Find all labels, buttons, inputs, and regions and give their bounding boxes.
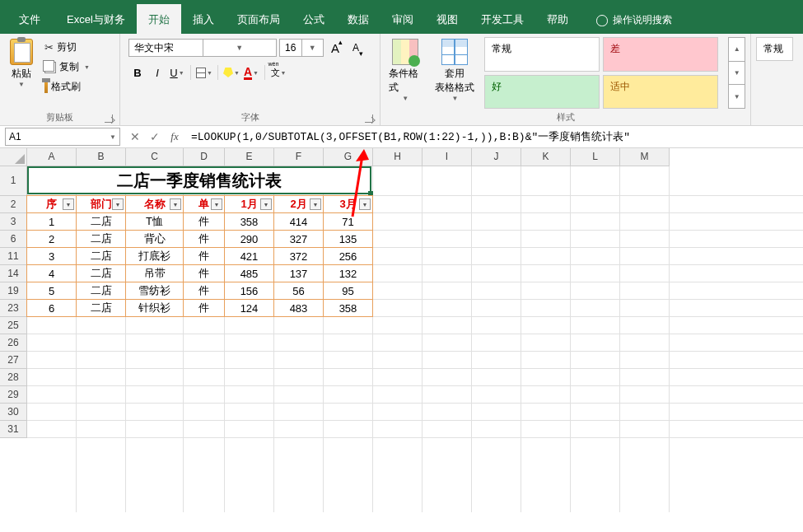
- tab-review[interactable]: 审阅: [380, 4, 425, 34]
- cell[interactable]: 137: [274, 265, 324, 282]
- cell[interactable]: 4: [27, 265, 77, 282]
- col-header-I[interactable]: I: [423, 148, 472, 166]
- border-button[interactable]: ▼: [195, 63, 213, 82]
- font-name-combo[interactable]: 华文中宋▼: [128, 39, 277, 57]
- cell[interactable]: 156: [225, 282, 274, 300]
- filter-icon[interactable]: ▼: [359, 198, 371, 210]
- col-header-L[interactable]: L: [571, 148, 620, 166]
- clipboard-dialog-launcher[interactable]: [105, 114, 113, 123]
- cell[interactable]: 5: [27, 282, 77, 300]
- row-header-6[interactable]: 6: [0, 231, 27, 248]
- filter-icon[interactable]: ▼: [170, 198, 181, 210]
- font-size-combo[interactable]: 16▼: [279, 39, 324, 57]
- cell[interactable]: 件: [184, 213, 225, 231]
- cell[interactable]: 件: [184, 300, 225, 317]
- cell[interactable]: 256: [324, 248, 373, 265]
- cell[interactable]: 483: [274, 300, 324, 317]
- merged-title-cell[interactable]: 二店一季度销售统计表: [27, 166, 371, 194]
- cell[interactable]: 件: [184, 282, 225, 300]
- paste-button[interactable]: 粘贴 ▼: [5, 37, 38, 109]
- row-header-19[interactable]: 19: [0, 282, 27, 300]
- cell[interactable]: 件: [184, 231, 225, 248]
- cell[interactable]: 414: [274, 213, 324, 231]
- cell[interactable]: 3: [27, 248, 77, 265]
- style-normal[interactable]: 常规: [484, 37, 600, 72]
- filter-icon[interactable]: ▼: [310, 198, 321, 210]
- cell[interactable]: 358: [225, 213, 274, 231]
- row-header-29[interactable]: 29: [0, 386, 27, 404]
- row-header-14[interactable]: 14: [0, 265, 27, 282]
- scroll-up-icon[interactable]: ▲: [729, 38, 745, 61]
- filter-icon[interactable]: ▼: [112, 198, 124, 210]
- underline-button[interactable]: U▼: [168, 63, 186, 82]
- cell[interactable]: 124: [225, 300, 274, 317]
- cell[interactable]: 二店: [77, 282, 126, 300]
- cell[interactable]: 95: [324, 282, 373, 300]
- header-单位[interactable]: 单▼: [184, 196, 225, 213]
- cell[interactable]: 打底衫: [126, 248, 184, 265]
- conditional-format-button[interactable]: 条件格式 ▼: [385, 37, 425, 109]
- fx-button[interactable]: fx: [165, 128, 184, 146]
- style-bad[interactable]: 差: [603, 37, 718, 72]
- styles-gallery-scroll[interactable]: ▲ ▼ ▼: [728, 37, 745, 109]
- format-painter-button[interactable]: 格式刷: [41, 78, 93, 96]
- phonetic-button[interactable]: 文▼: [269, 63, 287, 82]
- cell[interactable]: 吊带: [126, 265, 184, 282]
- scroll-down-icon[interactable]: ▼: [729, 61, 745, 86]
- tab-view[interactable]: 视图: [425, 4, 469, 34]
- header-序号[interactable]: 序▼: [27, 196, 77, 213]
- format-as-table-button[interactable]: 套用 表格格式 ▼: [432, 37, 478, 109]
- tab-data[interactable]: 数据: [336, 4, 380, 34]
- row-header-26[interactable]: 26: [0, 334, 27, 352]
- tab-excel-finance[interactable]: Excel与财务: [55, 4, 137, 34]
- row-header-11[interactable]: 11: [0, 248, 27, 265]
- col-header-K[interactable]: K: [521, 148, 571, 166]
- cell[interactable]: 背心: [126, 231, 184, 248]
- select-all-corner[interactable]: [0, 148, 27, 166]
- style-good[interactable]: 好: [484, 75, 600, 110]
- cell[interactable]: 485: [225, 265, 274, 282]
- cell[interactable]: 327: [274, 231, 324, 248]
- cell[interactable]: 290: [225, 231, 274, 248]
- tab-insert[interactable]: 插入: [181, 4, 226, 34]
- row-header-31[interactable]: 31: [0, 421, 27, 438]
- col-header-H[interactable]: H: [373, 148, 423, 166]
- style-neutral[interactable]: 适中: [603, 75, 718, 110]
- tab-formula[interactable]: 公式: [292, 4, 336, 34]
- filter-icon[interactable]: ▼: [63, 198, 74, 210]
- cell[interactable]: 雪纺衫: [126, 282, 184, 300]
- col-header-B[interactable]: B: [77, 148, 126, 166]
- col-header-C[interactable]: C: [126, 148, 184, 166]
- header-3月[interactable]: 3月▼: [324, 196, 373, 213]
- cell[interactable]: 二店: [77, 265, 126, 282]
- cell[interactable]: 二店: [77, 248, 126, 265]
- header-2月[interactable]: 2月▼: [274, 196, 324, 213]
- style-extra[interactable]: 常规: [756, 37, 793, 61]
- cell[interactable]: 358: [324, 300, 373, 317]
- col-header-E[interactable]: E: [225, 148, 274, 166]
- cell[interactable]: 135: [324, 231, 373, 248]
- copy-button[interactable]: 复制▼: [41, 58, 93, 76]
- fill-color-button[interactable]: ▼: [222, 63, 240, 82]
- filter-icon[interactable]: ▼: [211, 198, 222, 210]
- row-header-1[interactable]: 1: [0, 166, 27, 196]
- more-styles-icon[interactable]: ▼: [729, 85, 745, 108]
- col-header-F[interactable]: F: [274, 148, 324, 166]
- font-color-button[interactable]: A▼: [242, 63, 260, 82]
- row-header-25[interactable]: 25: [0, 317, 27, 334]
- cell[interactable]: 421: [225, 248, 274, 265]
- confirm-formula-button[interactable]: ✓: [145, 128, 165, 146]
- bold-button[interactable]: B: [128, 63, 147, 82]
- col-header-D[interactable]: D: [184, 148, 225, 166]
- italic-button[interactable]: I: [148, 63, 166, 82]
- filter-icon[interactable]: ▼: [260, 198, 272, 210]
- cell[interactable]: 372: [274, 248, 324, 265]
- tab-dev[interactable]: 开发工具: [469, 4, 535, 34]
- cell[interactable]: 132: [324, 265, 373, 282]
- cell[interactable]: 针织衫: [126, 300, 184, 317]
- decrease-font-button[interactable]: [347, 39, 365, 57]
- row-header-3[interactable]: 3: [0, 213, 27, 231]
- tell-me-search[interactable]: 操作说明搜索: [586, 7, 682, 34]
- spreadsheet-grid[interactable]: 12361114192325262728293031 ABCDEFGHIJKLM…: [0, 148, 803, 531]
- row-header-30[interactable]: 30: [0, 404, 27, 421]
